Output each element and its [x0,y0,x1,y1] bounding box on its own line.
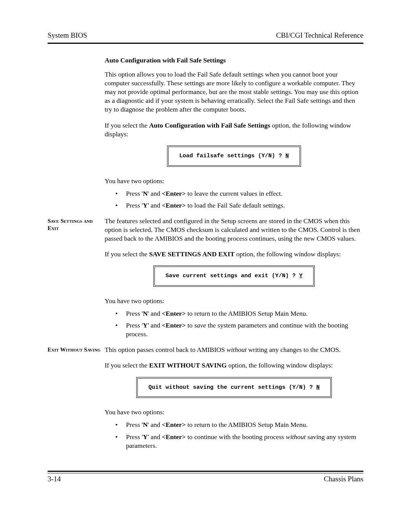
italic-text: without [286,433,306,441]
page-content: Auto Configuration with Fail Safe Settin… [48,56,363,457]
list-item: Press 'Y' and <Enter> to continue with t… [115,433,363,450]
failsafe-dialog: Load failsafe settings (Y/N) ? N [167,145,301,167]
options-lead: You have two options: [105,177,363,185]
paragraph: This option passes control back to AMIBI… [105,345,363,354]
key: <Enter> [162,321,186,329]
text: to load the Fail Safe default settings. [186,201,285,209]
section-body: Auto Configuration with Fail Safe Settin… [105,56,363,217]
dialog-answer: Y [299,273,303,279]
side-label-empty [48,56,105,217]
header-right: CBI/CGI Technical Reference [276,31,363,40]
key: <Enter> [162,421,186,428]
italic-text: without [226,346,247,353]
list-item: Press 'N' and <Enter> to leave the curre… [115,189,363,198]
text: Press ' [126,310,143,317]
italic-text: save [194,321,206,329]
save-exit-dialog: Save current settings and exit (Y/N) ? Y [153,265,315,287]
paragraph: If you select the Auto Configuration wit… [105,121,363,139]
side-label: Exit Without Saving [48,345,105,457]
key: <Enter> [162,433,186,441]
key: <Enter> [162,190,186,197]
key: N [143,421,148,428]
text: If you select the [105,121,149,129]
text: option, the following window displays: [227,361,333,369]
key: Y [143,201,148,209]
key: <Enter> [162,201,186,209]
dialog-text: Load failsafe settings (Y/N) ? [179,153,285,159]
paragraph: This option allows you to load the Fail … [105,70,363,114]
header-left: System BIOS [48,31,87,40]
text: ' and [148,421,162,428]
text: option, the following window displays: [234,250,341,258]
text: Press ' [126,190,143,197]
header-rule [48,43,363,44]
section-save-exit: Save Settings and Exit The features sele… [48,217,363,346]
bold-text: Auto Configuration with Fail Safe Settin… [149,121,270,129]
key: Y [143,433,148,441]
page-footer: 3-14 Chassis Plans [48,473,363,483]
text: ' and [148,321,162,329]
page-header: System BIOS CBI/CGI Technical Reference [48,31,363,43]
text: ' and [148,433,162,441]
text: to return to the AMIBIOS Setup Main Menu… [186,421,307,428]
dialog-text: Quit without saving the current settings… [148,384,316,391]
list-item: Press 'N' and <Enter> to return to the A… [115,420,363,429]
list-item: Press 'Y' and <Enter> to save the system… [115,321,363,339]
options-lead: You have two options: [105,408,363,417]
key: N [143,190,148,197]
dialog-container: Load failsafe settings (Y/N) ? N [105,145,363,167]
options-list: Press 'N' and <Enter> to return to the A… [105,309,363,339]
text: ' and [148,310,162,317]
text: to return to the AMIBIOS Setup Main Menu… [186,310,307,317]
options-list: Press 'N' and <Enter> to leave the curre… [105,189,363,210]
footer-rule: 3-14 Chassis Plans [48,471,363,483]
section-auto-config: Auto Configuration with Fail Safe Settin… [48,56,363,217]
bold-text: SAVE SETTINGS AND EXIT [149,250,235,258]
key: Y [143,321,148,329]
text: writing any changes to the CMOS. [247,346,341,353]
text: Press ' [126,201,143,209]
dialog-container: Quit without saving the current settings… [105,377,363,398]
text: ' and [148,190,162,197]
text: This option passes control back to AMIBI… [105,346,226,353]
text: to continue with the booting process [186,433,286,441]
paragraph: If you select the EXIT WITHOUT SAVING op… [105,361,363,370]
options-list: Press 'N' and <Enter> to return to the A… [105,420,363,450]
text: to leave the current values in effect. [186,190,282,197]
section-exit-no-save: Exit Without Saving This option passes c… [48,345,363,457]
text: Press ' [126,433,143,441]
dialog-container: Save current settings and exit (Y/N) ? Y [105,265,363,287]
section-heading: Auto Configuration with Fail Safe Settin… [105,56,363,65]
bold-text: EXIT WITHOUT SAVING [149,361,227,369]
text: Press ' [126,321,143,329]
paragraph: The features selected and configured in … [105,217,363,243]
text: ' and [148,201,162,209]
key: N [143,310,148,317]
text: If you select the [105,250,149,258]
text: to [186,321,194,329]
side-label: Save Settings and Exit [48,217,105,346]
list-item: Press 'N' and <Enter> to return to the A… [115,309,363,318]
key: <Enter> [162,310,186,317]
list-item: Press 'Y' and <Enter> to load the Fail S… [115,201,363,210]
page-number: 3-14 [48,475,61,483]
section-body: This option passes control back to AMIBI… [105,345,363,457]
text: Press ' [126,421,143,428]
dialog-answer: N [316,384,320,391]
text: If you select the [105,361,149,369]
dialog-answer: N [285,153,289,159]
options-lead: You have two options: [105,297,363,305]
quit-dialog: Quit without saving the current settings… [136,377,332,398]
dialog-text: Save current settings and exit (Y/N) ? [166,273,299,279]
footer-right: Chassis Plans [324,475,363,483]
paragraph: If you select the SAVE SETTINGS AND EXIT… [105,250,363,259]
section-body: The features selected and configured in … [105,217,363,346]
